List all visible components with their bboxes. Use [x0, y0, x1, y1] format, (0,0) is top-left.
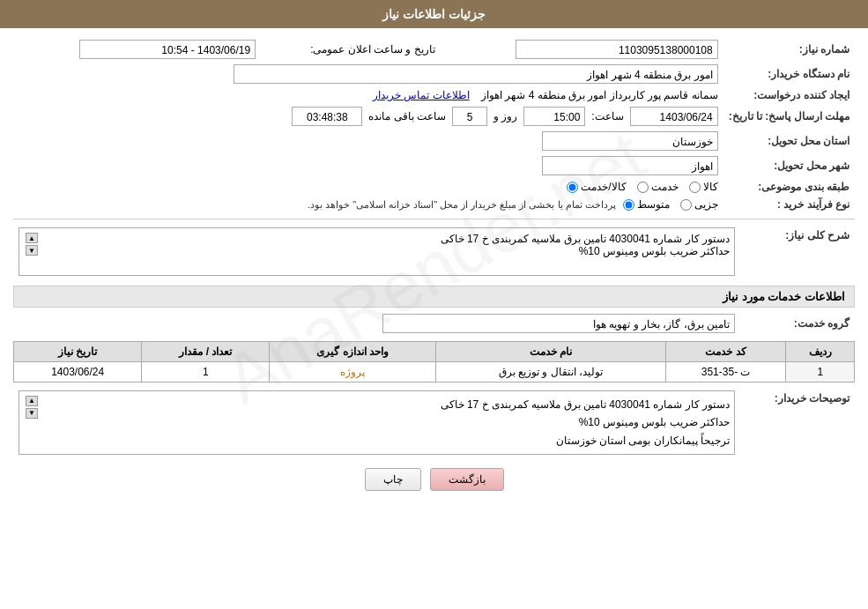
page-header: جزئیات اطلاعات نیاز	[0, 0, 868, 28]
creator-label: ایجاد کننده درخواست:	[723, 86, 855, 104]
announce-date-value: 1403/06/19 - 10:54	[13, 37, 261, 62]
services-data-table: ردیف کد خدمت نام خدمت واحد اندازه گیری ت…	[13, 341, 855, 382]
col-qty: تعداد / مقدار	[142, 342, 270, 362]
cell-date: 1403/06/24	[14, 362, 142, 382]
page-title: جزئیات اطلاعات نیاز	[382, 7, 486, 21]
service-group-label: گروه خدمت:	[740, 311, 855, 336]
col-name: نام خدمت	[435, 342, 665, 362]
city-label: شهر محل تحویل:	[723, 153, 855, 178]
cell-qty: 1	[142, 362, 270, 382]
services-section-header: اطلاعات خدمات مورد نیاز	[13, 286, 855, 308]
radio-motavasset-label: متوسط	[637, 198, 670, 211]
radio-motavasset-item: متوسط	[623, 198, 670, 211]
service-group-table: گروه خدمت: تامین برق، گاز، بخار و تهویه …	[13, 311, 855, 336]
buyer-notes-label: توصیحات خریدار:	[740, 388, 855, 457]
creator-value: سمانه قاسم پور کاربرداز امور برق منطقه 4…	[13, 86, 723, 104]
buyer-notes-cell: ▲ ▼ دستور کار شماره 4030041 تامین برق مل…	[13, 388, 740, 457]
buyer-name-label: نام دستگاه خریدار:	[723, 62, 855, 86]
category-label: طبقه بندی موضوعی:	[723, 178, 855, 196]
description-text: دستور کار شماره 4030041 تامین برق ملاسیه…	[441, 233, 730, 257]
cell-code: ت -35-351	[665, 362, 786, 382]
time-label: ساعت:	[591, 110, 623, 123]
category-radio-group: کالا خدمت کالا/خدمت	[13, 178, 723, 196]
radio-kala-khadamat-item: کالا/خدمت	[567, 181, 626, 193]
notes-scroll-arrows: ▲ ▼	[26, 396, 38, 419]
buyer-name-value: امور برق منطقه 4 شهر اهواز	[13, 62, 723, 86]
response-deadline-row: 1403/06/24 ساعت: 15:00 روز و 5 ساعت باقی…	[13, 104, 723, 129]
buyer-notes-box: ▲ ▼ دستور کار شماره 4030041 تامین برق مل…	[19, 390, 735, 455]
info-table: شماره نیاز: 1103095138000108 تاریخ و ساع…	[13, 37, 855, 213]
description-label: شرح کلی نیاز:	[740, 225, 855, 279]
description-cell: ▲ ▼ دستور کار شماره 4030041 تامین برق مل…	[13, 225, 740, 279]
niyaz-number-value: 1103095138000108	[441, 37, 723, 62]
scroll-up-arrow[interactable]: ▲	[26, 233, 38, 243]
notes-scroll-up[interactable]: ▲	[26, 396, 38, 406]
announce-date-label: تاریخ و ساعت اعلان عمومی:	[261, 37, 441, 62]
cell-row-num: 1	[786, 362, 855, 382]
divider1	[13, 219, 855, 219]
deadline-days: 5	[452, 107, 487, 126]
cell-name: تولید، انتقال و توزیع برق	[435, 362, 665, 382]
radio-khadamat[interactable]	[637, 182, 649, 193]
city-value: اهواز	[13, 153, 723, 178]
niyaz-number-label: شماره نیاز:	[723, 37, 855, 62]
col-code: کد خدمت	[665, 342, 786, 362]
scroll-down-arrow[interactable]: ▼	[26, 245, 38, 256]
remaining-time: 03:48:38	[292, 107, 362, 126]
service-group-value: تامین برق، گاز، بخار و تهویه هوا	[13, 311, 740, 336]
payment-note: پرداخت تمام یا بخشی از مبلغ خریدار از مح…	[308, 199, 616, 211]
col-radif: ردیف	[786, 342, 855, 362]
remaining-label: ساعت باقی مانده	[368, 110, 446, 123]
day-label: روز و	[493, 110, 517, 123]
back-button[interactable]: بازگشت	[430, 468, 504, 491]
radio-motavasset[interactable]	[623, 199, 634, 211]
radio-kala-label: کالا	[703, 181, 718, 193]
contact-info-link[interactable]: اطلاعات تماس خریدار	[373, 89, 470, 101]
radio-khadamat-label: خدمت	[651, 181, 679, 193]
type-row: جزیی متوسط پرداخت تمام یا بخشی از مبلغ خ…	[13, 196, 723, 213]
niyaz-number-input: 1103095138000108	[516, 40, 718, 59]
type-label: نوع فرآیند خرید :	[723, 196, 855, 213]
buyer-notes-table: توصیحات خریدار: ▲ ▼ دستور کار شماره 4030…	[13, 388, 855, 457]
cell-unit: پروژه	[270, 362, 435, 382]
button-bar: بازگشت چاپ	[13, 468, 855, 491]
col-date: تاریخ نیاز	[14, 342, 142, 362]
notes-scroll-down[interactable]: ▼	[26, 408, 38, 419]
radio-khadamat-item: خدمت	[637, 181, 679, 193]
province-value: خوزستان	[13, 129, 723, 153]
radio-kala-khadamat[interactable]	[567, 182, 578, 193]
description-box: ▲ ▼ دستور کار شماره 4030041 تامین برق مل…	[19, 227, 735, 276]
radio-jozii[interactable]	[680, 199, 692, 211]
print-button[interactable]: چاپ	[365, 468, 421, 491]
radio-kala-item: کالا	[689, 181, 718, 193]
radio-jozii-item: جزیی	[680, 198, 718, 211]
col-unit: واحد اندازه گیری	[270, 342, 435, 362]
table-row: 1 ت -35-351 تولید، انتقال و توزیع برق پر…	[14, 362, 855, 382]
deadline-time: 15:00	[523, 107, 585, 126]
radio-kala[interactable]	[689, 182, 701, 193]
scroll-arrows: ▲ ▼	[26, 233, 38, 256]
province-label: استان محل تحویل:	[723, 129, 855, 153]
deadline-date: 1403/06/24	[630, 107, 718, 126]
radio-kala-khadamat-label: کالا/خدمت	[581, 181, 626, 193]
description-table: شرح کلی نیاز: ▲ ▼ دستور کار شماره 403004…	[13, 225, 855, 279]
response-deadline-label: مهلت ارسال پاسخ: تا تاریخ:	[723, 104, 855, 129]
radio-jozii-label: جزیی	[694, 198, 718, 211]
